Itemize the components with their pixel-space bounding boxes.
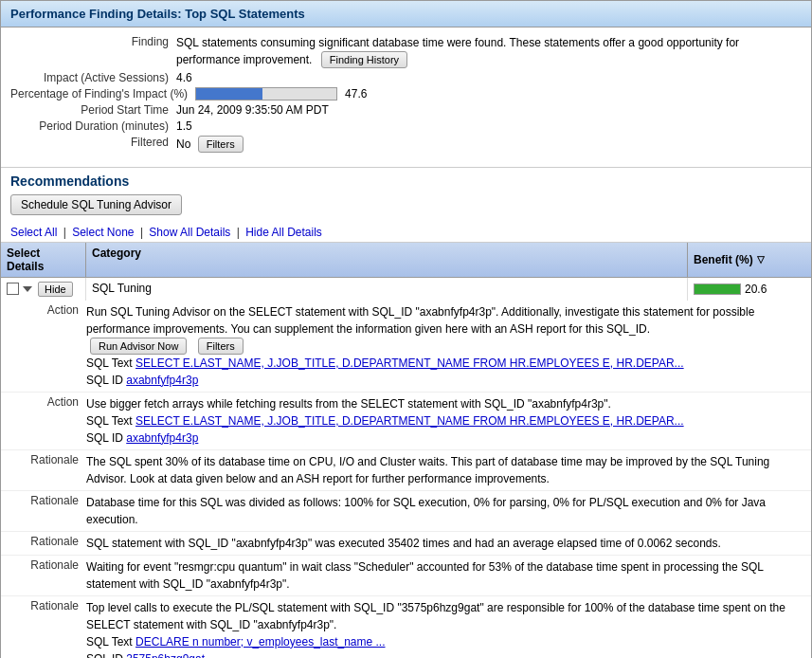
rationale3-content: SQL statement with SQL_ID "axabnfyfp4r3p…	[86, 535, 811, 552]
rationale4-content: Waiting for event "resmgr:cpu quantum" i…	[86, 558, 811, 593]
rationale1-label: Rationale	[1, 453, 86, 487]
action1-sql-id-link[interactable]: axabnfyfp4r3p	[126, 374, 198, 387]
rationale5-text: Top level calls to execute the PL/SQL st…	[86, 601, 785, 631]
finding-row: Finding SQL statements consuming signifi…	[10, 35, 802, 68]
finding-value: SQL statements consuming significant dat…	[176, 35, 802, 68]
period-duration-label: Period Duration (minutes)	[10, 119, 176, 133]
progress-bar-container: 47.6	[195, 87, 367, 101]
progress-bar-bg	[195, 87, 337, 101]
rationale1-row: Rationale The SQL spent 30% of its datab…	[1, 450, 811, 491]
percentage-row: Percentage of Finding's Impact (%) 47.6	[10, 87, 802, 101]
action2-sql-text-link[interactable]: SELECT E.LAST_NAME, J.JOB_TITLE, D.DEPAR…	[135, 414, 684, 428]
hide-button[interactable]: Hide	[38, 282, 73, 297]
rationale5-sql-id-link[interactable]: 3575p6hzg9gat	[126, 652, 205, 658]
main-col-category: SQL Tuning	[86, 278, 688, 301]
sep3: |	[237, 226, 243, 239]
info-section: Finding SQL statements consuming signifi…	[1, 27, 811, 163]
show-all-details-link[interactable]: Show All Details	[149, 226, 230, 239]
rationale1-content: The SQL spent 30% of its database time o…	[86, 453, 811, 487]
sep1: |	[63, 226, 69, 239]
benefit-number: 20.6	[745, 283, 767, 296]
rationale5-sql-text-link[interactable]: DECLARE n number; v_employees_last_name …	[135, 635, 385, 649]
percentage-value: 47.6	[195, 87, 367, 101]
impact-value: 4.6	[176, 71, 192, 84]
benefit-bar-fill	[695, 284, 740, 294]
th-benefit-text: Benefit (%)	[694, 253, 753, 266]
rationale5-label: Rationale	[1, 599, 86, 658]
th-select: Select Details	[1, 243, 86, 277]
period-start-value: Jun 24, 2009 9:35:50 AM PDT	[176, 103, 329, 117]
impact-row: Impact (Active Sessions) 4.6	[10, 71, 802, 84]
action1-filters-button[interactable]: Filters	[198, 338, 244, 355]
rationale3-row: Rationale SQL statement with SQL_ID "axa…	[1, 532, 811, 556]
action1-sql-id-label: SQL ID	[86, 374, 123, 387]
filtered-row: Filtered No Filters	[10, 136, 802, 153]
percentage-number: 47.6	[345, 87, 367, 101]
filtered-value: No Filters	[176, 136, 244, 153]
rationale5-sql-text-label: SQL Text	[86, 635, 133, 649]
rationale5-row: Rationale Top level calls to execute the…	[1, 596, 811, 658]
rationale2-content: Database time for this SQL was divided a…	[86, 494, 811, 528]
action2-content: Use bigger fetch arrays while fetching r…	[86, 395, 811, 447]
action1-text: Run SQL Tuning Advisor on the SELECT sta…	[86, 305, 754, 336]
impact-label: Impact (Active Sessions)	[10, 71, 176, 84]
main-result-row: Hide SQL Tuning 20.6	[1, 278, 811, 301]
percentage-label: Percentage of Finding's Impact (%)	[10, 87, 195, 101]
schedule-sql-button[interactable]: Schedule SQL Tuning Advisor	[10, 194, 182, 215]
benefit-bar-container: 20.6	[694, 283, 767, 296]
detail-section: Action Run SQL Tuning Advisor on the SEL…	[1, 301, 811, 658]
action1-content: Run SQL Tuning Advisor on the SELECT sta…	[86, 303, 811, 389]
action1-row: Action Run SQL Tuning Advisor on the SEL…	[1, 301, 811, 393]
action2-label: Action	[1, 395, 86, 447]
rationale2-label: Rationale	[1, 494, 86, 528]
page-container: Performance Finding Details: Top SQL Sta…	[0, 0, 812, 658]
rationale3-label: Rationale	[1, 535, 86, 552]
action2-sql-text-label: SQL Text	[86, 414, 133, 428]
sep2: |	[140, 226, 146, 239]
main-col-benefit: 20.6	[688, 278, 811, 301]
period-duration-row: Period Duration (minutes) 1.5	[10, 119, 802, 133]
period-duration-value: 1.5	[176, 119, 192, 133]
filters-button[interactable]: Filters	[198, 136, 244, 153]
rationale4-row: Rationale Waiting for event "resmgr:cpu …	[1, 556, 811, 596]
th-benefit: Benefit (%) ▽	[688, 243, 811, 277]
finding-history-button[interactable]: Finding History	[321, 51, 407, 68]
action1-sql-text-link[interactable]: SELECT E.LAST_NAME, J.JOB_TITLE, D.DEPAR…	[135, 356, 684, 370]
th-category: Category	[86, 243, 688, 277]
expand-icon	[23, 286, 32, 292]
run-advisor-button[interactable]: Run Advisor Now	[90, 338, 187, 355]
hide-all-details-link[interactable]: Hide All Details	[245, 226, 322, 239]
rationale4-label: Rationale	[1, 558, 86, 593]
benefit-bar-bg	[694, 283, 741, 295]
period-start-row: Period Start Time Jun 24, 2009 9:35:50 A…	[10, 103, 802, 117]
select-all-link[interactable]: Select All	[10, 226, 57, 239]
rationale5-content: Top level calls to execute the PL/SQL st…	[86, 599, 811, 658]
rationale2-row: Rationale Database time for this SQL was…	[1, 491, 811, 532]
page-title: Performance Finding Details: Top SQL Sta…	[1, 1, 811, 27]
select-none-link[interactable]: Select None	[72, 226, 134, 239]
table-header: Select Details Category Benefit (%) ▽	[1, 243, 811, 278]
action2-sql-id-label: SQL ID	[86, 431, 123, 445]
action2-row: Action Use bigger fetch arrays while fet…	[1, 393, 811, 450]
finding-text: SQL statements consuming significant dat…	[176, 36, 739, 66]
filtered-text: No	[176, 137, 190, 151]
filtered-label: Filtered	[10, 136, 176, 149]
progress-bar-fill	[196, 88, 262, 100]
sort-arrow-icon: ▽	[757, 254, 765, 265]
recommendations-title: Recommendations	[1, 167, 811, 192]
period-start-label: Period Start Time	[10, 103, 176, 117]
links-row: Select All | Select None | Show All Deta…	[1, 223, 811, 243]
rationale5-sql-id-label: SQL ID	[86, 652, 123, 658]
action2-sql-id-link[interactable]: axabnfyfp4r3p	[126, 431, 198, 445]
main-col-select: Hide	[1, 278, 86, 301]
main-checkbox[interactable]	[7, 283, 19, 295]
finding-label: Finding	[10, 35, 176, 48]
action2-text: Use bigger fetch arrays while fetching r…	[86, 397, 611, 411]
action1-sql-text-label: SQL Text	[86, 356, 133, 370]
action1-label: Action	[1, 303, 86, 389]
